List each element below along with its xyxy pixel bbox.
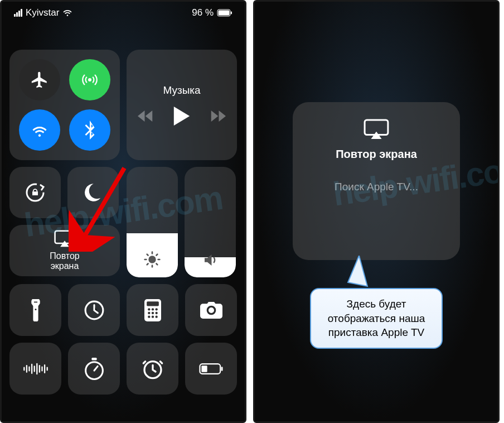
svg-rect-43	[221, 367, 222, 371]
flashlight-button[interactable]	[9, 284, 61, 336]
svg-rect-42	[201, 366, 207, 372]
timer-button[interactable]	[68, 284, 120, 336]
carrier-name: Kyivstar	[26, 7, 59, 18]
calculator-button[interactable]	[127, 284, 178, 336]
connectivity-panel[interactable]	[9, 50, 120, 160]
bluetooth-toggle[interactable]	[69, 109, 110, 151]
music-panel[interactable]: Музыка	[127, 50, 237, 160]
svg-point-21	[148, 311, 150, 314]
svg-rect-37	[91, 358, 96, 360]
camera-button[interactable]	[185, 284, 237, 336]
phone-left: help-wifi.com Kyivstar 96 %	[0, 0, 246, 423]
music-title: Музыка	[163, 84, 200, 97]
svg-point-24	[148, 315, 150, 318]
callout-text: Здесь будет отображаться наша приставка …	[328, 298, 425, 338]
annotation-callout: Здесь будет отображаться наша приставка …	[310, 288, 443, 349]
mirror-popup-status: Поиск Apple TV...	[304, 181, 449, 193]
voice-memo-button[interactable]	[9, 343, 61, 395]
svg-point-26	[155, 315, 157, 318]
svg-point-3	[88, 78, 91, 81]
status-bar: Kyivstar 96 %	[9, 2, 237, 27]
low-power-button[interactable]	[185, 343, 237, 395]
music-play-icon[interactable]	[173, 107, 190, 126]
svg-rect-17	[147, 301, 159, 306]
mirror-label-line2: экрана	[51, 261, 79, 271]
mirror-popup-title: Повтор экрана	[304, 148, 449, 161]
svg-line-39	[94, 366, 98, 371]
alarm-button[interactable]	[127, 343, 178, 395]
svg-rect-2	[231, 12, 232, 15]
svg-point-25	[151, 315, 153, 318]
svg-line-12	[156, 263, 157, 265]
svg-point-20	[155, 308, 157, 310]
airplane-mode-toggle[interactable]	[19, 59, 60, 100]
wifi-status-icon	[62, 9, 72, 17]
wifi-toggle[interactable]	[19, 109, 60, 151]
svg-point-18	[148, 308, 150, 310]
svg-point-19	[151, 308, 153, 310]
cellular-signal-icon	[14, 9, 22, 17]
mirror-label-line1: Повтор	[50, 251, 80, 261]
cellular-data-toggle[interactable]	[69, 59, 110, 100]
svg-rect-1	[219, 11, 230, 16]
brightness-icon	[143, 251, 161, 268]
rotation-lock-toggle[interactable]	[9, 167, 61, 218]
brightness-slider[interactable]	[127, 167, 178, 277]
battery-percent: 96 %	[192, 7, 214, 18]
screen-mirror-icon	[54, 230, 75, 248]
music-prev-icon[interactable]	[138, 109, 154, 123]
phone-right: help-wifi.com Повтор экрана Поиск Apple …	[253, 0, 500, 423]
screen-mirror-popup-icon	[364, 119, 389, 140]
svg-point-23	[155, 311, 157, 314]
screen-mirror-popup[interactable]: Повтор экрана Поиск Apple TV...	[293, 102, 460, 260]
battery-icon	[217, 9, 232, 17]
do-not-disturb-toggle[interactable]	[67, 167, 119, 218]
music-next-icon[interactable]	[209, 109, 226, 123]
svg-point-6	[148, 256, 156, 263]
volume-icon	[202, 252, 219, 268]
volume-slider[interactable]	[185, 167, 236, 277]
svg-line-13	[147, 263, 148, 265]
svg-line-11	[147, 254, 148, 256]
svg-line-14	[156, 254, 157, 256]
stopwatch-button[interactable]	[68, 343, 120, 395]
svg-point-22	[151, 311, 153, 314]
screen-mirror-button[interactable]: Повтор экрана	[9, 225, 120, 276]
